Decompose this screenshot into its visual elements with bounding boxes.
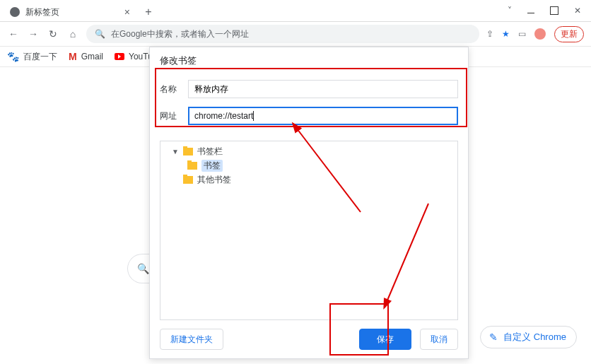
- url-value: chrome://testart: [194, 111, 253, 121]
- new-tab-button[interactable]: +: [140, 4, 157, 20]
- search-icon: 🔍: [137, 263, 149, 274]
- tree-label: 书签: [201, 160, 223, 172]
- pencil-icon: ✎: [489, 331, 498, 343]
- back-icon[interactable]: ←: [7, 28, 20, 40]
- tab-favicon: [10, 7, 20, 17]
- edit-bookmark-dialog: 修改书签 名称 网址 chrome://testart ▼ 书签栏 书签 其他书…: [149, 47, 469, 359]
- window-close-icon[interactable]: ✕: [574, 6, 581, 16]
- window-controls: ˅ ✕: [498, 0, 591, 21]
- tree-node-other-bookmarks[interactable]: 其他书签: [163, 172, 457, 187]
- url-input[interactable]: chrome://testart: [188, 107, 458, 125]
- baidu-icon: 🐾: [7, 51, 19, 62]
- gmail-icon: M: [69, 51, 77, 62]
- save-button[interactable]: 保存: [359, 329, 411, 350]
- home-icon[interactable]: ⌂: [66, 28, 79, 40]
- button-label: 新建文件夹: [170, 334, 213, 346]
- folder-tree[interactable]: ▼ 书签栏 书签 其他书签: [160, 141, 458, 320]
- cancel-button[interactable]: 取消: [420, 329, 458, 350]
- share-icon[interactable]: ⇪: [486, 29, 493, 39]
- close-tab-icon[interactable]: ×: [124, 7, 130, 17]
- side-panel-icon[interactable]: ▭: [518, 29, 526, 39]
- bookmark-label: 百度一下: [23, 51, 57, 63]
- update-button[interactable]: 更新: [554, 26, 584, 42]
- url-label: 网址: [160, 110, 180, 122]
- customize-chrome-button[interactable]: ✎ 自定义 Chrome: [480, 326, 577, 348]
- dialog-fields: 名称 网址 chrome://testart: [150, 73, 468, 141]
- name-input[interactable]: [188, 80, 458, 98]
- ntp-search-fragment[interactable]: 🔍: [127, 254, 152, 283]
- forward-icon[interactable]: →: [27, 28, 40, 40]
- button-label: 取消: [431, 334, 447, 346]
- folder-icon: [183, 176, 193, 184]
- omnibox[interactable]: 🔍 在Google中搜索，或者输入一个网址: [86, 25, 479, 43]
- folder-icon: [187, 162, 197, 170]
- tree-label: 书签栏: [197, 146, 223, 158]
- toolbar-actions: ⇪ ★ ▭ 更新: [486, 26, 584, 42]
- tree-node-bookmarks-bar[interactable]: ▼ 书签栏: [163, 144, 457, 158]
- tree-toggle-icon[interactable]: ▼: [172, 148, 179, 155]
- omnibox-placeholder: 在Google中搜索，或者输入一个网址: [111, 28, 249, 40]
- dialog-button-row: 新建文件夹 保存 取消: [150, 320, 468, 358]
- name-field-row: 名称: [160, 80, 458, 98]
- customize-label: 自定义 Chrome: [503, 331, 566, 344]
- profile-avatar-icon[interactable]: [534, 28, 546, 40]
- dialog-title: 修改书签: [150, 47, 468, 73]
- folder-icon: [183, 148, 193, 155]
- name-label: 名称: [160, 83, 180, 95]
- bookmark-star-icon[interactable]: ★: [502, 29, 510, 39]
- new-folder-button[interactable]: 新建文件夹: [160, 329, 223, 350]
- window-caret-down-icon[interactable]: ˅: [508, 6, 512, 16]
- text-caret: [253, 111, 254, 121]
- tab-title: 新标签页: [25, 6, 59, 18]
- window-titlebar: 新标签页 × + ˅ ✕: [0, 0, 591, 22]
- url-field-row: 网址 chrome://testart: [160, 107, 458, 125]
- search-icon: 🔍: [95, 29, 105, 39]
- browser-toolbar: ← → ↻ ⌂ 🔍 在Google中搜索，或者输入一个网址 ⇪ ★ ▭ 更新: [0, 22, 591, 47]
- reload-icon[interactable]: ↻: [47, 28, 59, 40]
- button-label: 保存: [377, 334, 394, 346]
- window-maximize-icon[interactable]: [550, 6, 558, 15]
- tab-strip: 新标签页 × +: [0, 0, 498, 21]
- window-minimize-icon[interactable]: [527, 13, 534, 13]
- browser-tab[interactable]: 新标签页 ×: [4, 4, 137, 20]
- bookmark-item-gmail[interactable]: M Gmail: [69, 51, 103, 62]
- bookmark-item-baidu[interactable]: 🐾 百度一下: [7, 51, 57, 63]
- bookmark-label: Gmail: [81, 52, 103, 61]
- tree-label: 其他书签: [197, 174, 231, 186]
- youtube-icon: [115, 53, 124, 60]
- tree-node-bookmarks[interactable]: 书签: [163, 158, 457, 172]
